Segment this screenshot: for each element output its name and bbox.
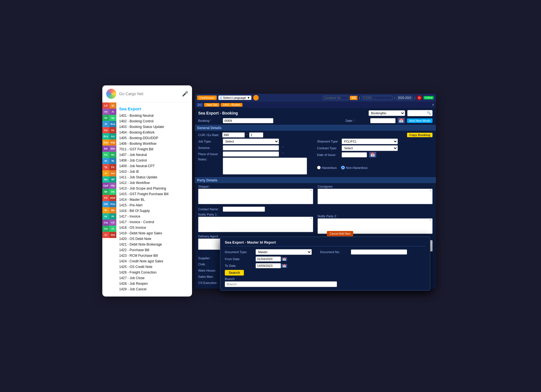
nav-btn-ld[interactable]: Ld	[102, 102, 109, 109]
nav-btn-ctl[interactable]: Ctl	[109, 220, 116, 226]
nav-btn-at[interactable]: At	[102, 170, 109, 176]
from-date-cal-btn[interactable]: 📅	[281, 257, 287, 261]
menu-item-1423[interactable]: 1423 - RCM Purchase Bill	[119, 253, 188, 258]
consignee-anchor[interactable]: ⌃	[429, 189, 432, 193]
menu-item-1405[interactable]: 1405 - Booking-DDU/DDP	[119, 135, 188, 141]
nav-btn-bb[interactable]: Bb	[109, 207, 116, 213]
menu-item-1418[interactable]: 1418 - OS Invoice	[119, 225, 188, 230]
nav-btn-tp[interactable]: Tp	[102, 164, 109, 170]
dashboard-tab[interactable]: Dashboard	[197, 95, 217, 100]
cur-input[interactable]	[222, 132, 245, 137]
icode-input[interactable]	[362, 96, 392, 100]
nav-btn-ma[interactable]: Ma	[102, 176, 109, 183]
nav-btn-ica[interactable]: Ica	[102, 127, 109, 133]
menu-item-1415b[interactable]: 1415 - Pre Alert	[119, 202, 188, 208]
hazardous-radio[interactable]	[317, 166, 321, 169]
menu-item-1415[interactable]: 1415 - GST Freight Purchase Bill	[119, 191, 188, 197]
menu-item-1414[interactable]: 1414 - Master BL	[119, 197, 188, 202]
non-hazardous-radio-label[interactable]: Non-Hazardous	[341, 166, 367, 169]
nav-btn-eca[interactable]: Eca	[109, 121, 116, 127]
nav-btn-qt[interactable]: Qt	[109, 102, 116, 109]
nav-btn-wf[interactable]: Wf	[109, 176, 116, 183]
place-issue-input[interactable]	[223, 151, 279, 157]
to-date-input[interactable]	[256, 263, 281, 268]
menu-item-7011[interactable]: 7011 - GST Freight Bill	[119, 146, 188, 152]
menu-item-1408[interactable]: 1408 - Job Control	[119, 158, 188, 163]
nav-btn-re[interactable]: Re	[109, 152, 116, 158]
from-date-input[interactable]	[256, 256, 281, 262]
nav-btn-ics[interactable]: Ics	[109, 133, 116, 139]
menu-item-1417b[interactable]: 1417 - Invoice - Control	[119, 219, 188, 225]
menu-item-1427[interactable]: 1427 - Job Close	[119, 275, 188, 281]
scheme-anchor[interactable]: ⌃	[281, 146, 285, 150]
close-button[interactable]: ×	[432, 102, 434, 107]
nav-btn-ftl[interactable]: Ftl	[102, 195, 109, 201]
menu-item-1429[interactable]: 1429 - Job Cancel	[119, 286, 188, 292]
nav-btn-ecs[interactable]: Ecs	[102, 133, 109, 139]
menu-item-1412[interactable]: 1412 - Job Workflow	[119, 180, 188, 186]
nav-btn-ed[interactable]: Ed	[102, 146, 109, 152]
nav-btn-exp[interactable]: Exp	[102, 139, 109, 146]
nav-btn-hlp[interactable]: Hlp	[109, 183, 116, 189]
shipper-textarea[interactable]	[198, 189, 313, 204]
shipment-type-select[interactable]: FCL/FCL	[342, 139, 398, 144]
nav-btn-cc[interactable]: Cc	[109, 127, 116, 133]
to-date-cal-btn[interactable]: 📅	[281, 264, 287, 268]
language-selector[interactable]: G Select Language ▼	[218, 95, 251, 100]
nav-btn-si[interactable]: Si	[102, 121, 109, 127]
nav-btn-frm[interactable]: Frm	[109, 201, 116, 207]
nav-btn-db[interactable]: Db	[109, 189, 116, 195]
nav-btn-pr[interactable]: Pr	[109, 213, 116, 220]
menu-item-1410[interactable]: 1410 - Job IE	[119, 169, 188, 174]
nav-btn-po[interactable]: Po	[102, 152, 109, 158]
job-type-select[interactable]: Select	[223, 139, 279, 144]
menu-item-1404[interactable]: 1404 - Booking-ExWork	[119, 130, 188, 135]
branch-input[interactable]	[225, 281, 337, 287]
booking-input[interactable]	[223, 118, 273, 123]
date-issue-cal-btn[interactable]: 📅	[369, 152, 376, 157]
menu-item-1422[interactable]: 1422 - Purchase Bill	[119, 247, 188, 253]
nav-btn-cta[interactable]: Cta	[102, 220, 109, 226]
menu-item-1406[interactable]: 1406 - Booking Workflow	[119, 141, 188, 146]
consignee-textarea[interactable]	[318, 189, 433, 204]
nav-btn-mm[interactable]: Mm	[109, 146, 116, 152]
nav-btn-om[interactable]: Om	[109, 232, 116, 238]
contract-type-select[interactable]: Select	[342, 145, 398, 151]
shipper-anchor[interactable]: ⌃	[310, 189, 313, 193]
date-input[interactable]	[370, 118, 396, 123]
mic-icon[interactable]: 🎤	[182, 91, 188, 97]
menu-item-1426[interactable]: 1426 - Freight Correction	[119, 270, 188, 275]
menu-item-1416[interactable]: 1416 - Bill Of Supply	[119, 208, 188, 214]
search-icon-btn[interactable]: 🔍	[407, 110, 433, 116]
nav-btn-hr[interactable]: Hr	[102, 213, 109, 220]
nav-btn-ct[interactable]: Ct	[109, 226, 116, 232]
nav-btn-imp[interactable]: Imp	[109, 139, 116, 146]
cancel-add-button[interactable]: Cancel Add New	[327, 231, 353, 236]
hazardous-radio-label[interactable]: Hazardous	[317, 166, 337, 169]
nav-btn-dltl[interactable]: Dltl	[102, 201, 109, 207]
nav-btn-ri[interactable]: Ri	[102, 158, 109, 164]
nav-btn-se[interactable]: Se	[102, 115, 109, 121]
container-no-input[interactable]	[323, 96, 348, 100]
doc-type-select[interactable]: Master	[256, 249, 312, 255]
menu-item-1419[interactable]: 1419 - Debit Note agst Sales	[119, 230, 188, 236]
menu-item-1420[interactable]: 1420 - OS Debit Note	[119, 236, 188, 242]
nav-btn-rt[interactable]: Rt	[109, 158, 116, 164]
notes-textarea[interactable]	[223, 158, 307, 174]
menu-item-1428[interactable]: 1428 - Job Reopen	[119, 281, 188, 286]
nav-btn-cts[interactable]: Cts	[102, 226, 109, 232]
menu-item-1425[interactable]: 1425 - OS Credit Note	[119, 264, 188, 270]
new-tab-button[interactable]: New Tab	[204, 103, 219, 107]
menu-item-1403[interactable]: 1403 - Booking Status Update	[119, 124, 188, 130]
booking-tab[interactable]: 1401 - Bookin	[221, 103, 242, 107]
notify2-anchor[interactable]: ⌃	[429, 219, 432, 223]
go-button[interactable]: GO	[350, 96, 358, 100]
nav-btn-ai[interactable]: Ai	[109, 109, 116, 115]
contact-name-input[interactable]	[223, 207, 265, 212]
menu-item-1413[interactable]: 1413 - Job Scope and Planning	[119, 186, 188, 191]
notify1-textarea[interactable]	[198, 217, 313, 232]
place-anchor[interactable]: ⌃	[281, 152, 285, 156]
add-new-mode-btn[interactable]: Add New Mode	[407, 118, 433, 123]
menu-item-1409[interactable]: 1409 - Job Neutral-CPT	[119, 163, 188, 169]
plus-button[interactable]: [+]	[196, 103, 203, 107]
